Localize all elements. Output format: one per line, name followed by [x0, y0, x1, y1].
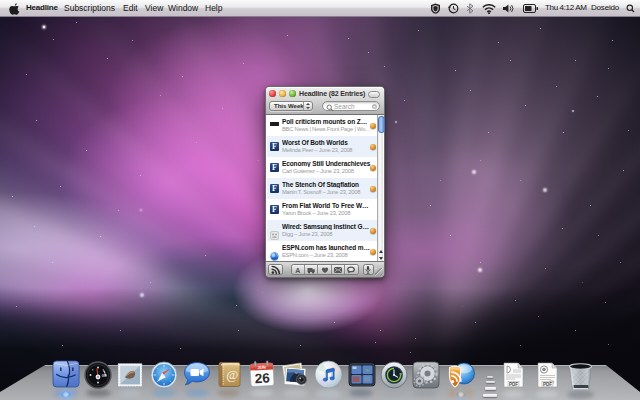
- svg-text:PDF: PDF: [508, 382, 517, 387]
- svg-text:PDF: PDF: [542, 382, 551, 387]
- svg-text:JUN: JUN: [257, 364, 266, 369]
- svg-text:26: 26: [254, 370, 270, 386]
- svg-text:@: @: [226, 367, 238, 382]
